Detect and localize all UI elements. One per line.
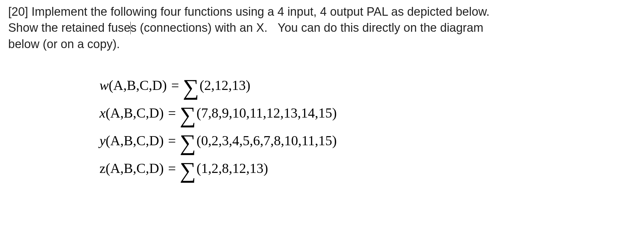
equation-y: y(A,B,C,D) = ∑ (0,2,3,4,5,6,7,8,10,11,15… [99, 128, 636, 154]
equals-w: = [171, 76, 179, 95]
minterms-w: (2,12,13) [200, 76, 250, 95]
fn-name-y: y [99, 133, 106, 148]
instructions-block: [20] Implement the following four functi… [8, 4, 636, 52]
fn-name-w: w [99, 78, 109, 93]
fn-args-y: (A,B,C,D) [106, 133, 164, 148]
equation-z: z(A,B,C,D) = ∑ (1,2,8,12,13) [99, 155, 636, 182]
fn-args-w: (A,B,C,D) [109, 78, 167, 93]
lhs-y: y(A,B,C,D) [99, 131, 164, 150]
equals-z: = [168, 159, 176, 178]
minterms-z: (1,2,8,12,13) [196, 159, 268, 178]
instr-text-2c: You can do this directly on the diagram [278, 21, 483, 34]
equation-w: w(A,B,C,D) = ∑ (2,12,13) [99, 72, 636, 99]
instr-text-2a: Show the retained fuse [8, 21, 131, 34]
instr-text-2b: s (connections) with an X. [131, 21, 268, 34]
fn-args-x: (A,B,C,D) [106, 105, 164, 121]
lhs-w: w(A,B,C,D) [99, 76, 167, 95]
lhs-x: x(A,B,C,D) [99, 104, 164, 122]
problem-page: [20] Implement the following four functi… [0, 0, 644, 182]
fn-args-z: (A,B,C,D) [106, 161, 164, 176]
minterms-y: (0,2,3,4,5,6,7,8,10,11,15) [196, 131, 337, 150]
instr-text-1: Implement the following four functions u… [28, 5, 489, 18]
instructions-line-1: [20] Implement the following four functi… [8, 4, 636, 20]
equals-x: = [168, 104, 176, 122]
fn-name-x: x [99, 105, 106, 121]
instructions-line-2: Show the retained fuses (connections) wi… [8, 20, 636, 36]
lhs-z: z(A,B,C,D) [99, 159, 164, 178]
fn-name-z: z [99, 161, 106, 176]
equations-block: w(A,B,C,D) = ∑ (2,12,13) x(A,B,C,D) = ∑ … [99, 72, 636, 182]
equation-x: x(A,B,C,D) = ∑ (7,8,9,10,11,12,13,14,15) [99, 100, 636, 126]
instr-text-3: below (or on a copy). [8, 37, 120, 51]
points-label: [20] [8, 5, 28, 18]
minterms-x: (7,8,9,10,11,12,13,14,15) [196, 104, 337, 122]
equals-y: = [168, 131, 176, 150]
instructions-line-3: below (or on a copy). [8, 36, 636, 52]
